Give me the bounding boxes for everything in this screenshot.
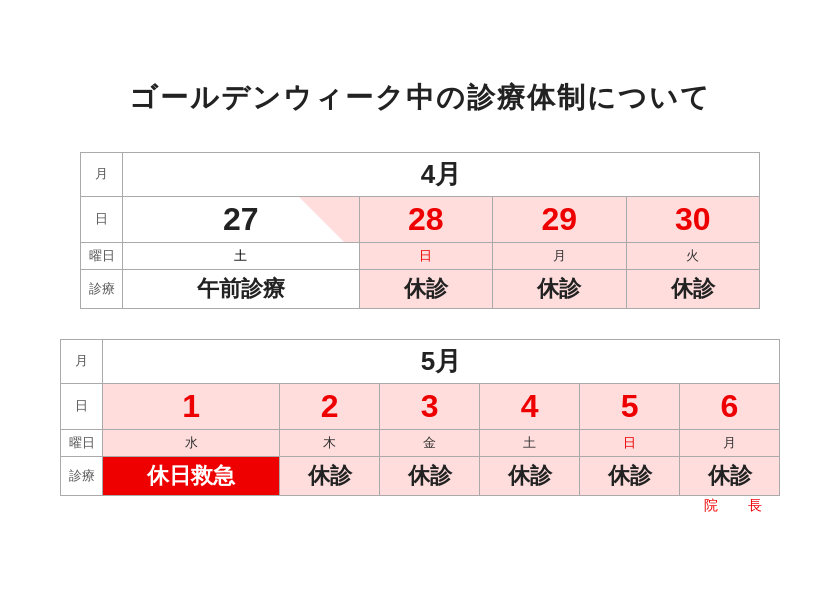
- april-weekday-30: 火: [626, 242, 760, 269]
- april-weekday-28: 日: [359, 242, 492, 269]
- month-label-may: 月: [61, 339, 103, 383]
- may-clinic-2: 休診: [280, 456, 380, 495]
- may-day-1: 1: [103, 383, 280, 429]
- april-day-30: 30: [626, 196, 760, 242]
- day-label-may: 日: [61, 383, 103, 429]
- april-month-name: 4月: [123, 152, 760, 196]
- may-weekday-5: 日: [580, 429, 680, 456]
- director-row: 院 長: [60, 496, 780, 515]
- may-weekday-3: 金: [380, 429, 480, 456]
- day-label-april: 日: [81, 196, 123, 242]
- april-clinic-28: 休診: [359, 269, 492, 308]
- director-text: 院 長: [704, 497, 770, 513]
- may-clinic-4: 休診: [480, 456, 580, 495]
- may-day-3: 3: [380, 383, 480, 429]
- may-weekday-4: 土: [480, 429, 580, 456]
- april-clinic-30: 休診: [626, 269, 760, 308]
- may-month-name: 5月: [103, 339, 780, 383]
- may-table: 月 5月 日 1 2 3 4 5 6 曜日 水 木 金 土 日 月: [60, 339, 780, 496]
- may-clinic-5: 休診: [580, 456, 680, 495]
- may-day-5: 5: [580, 383, 680, 429]
- may-clinic-1: 休日救急: [103, 456, 280, 495]
- april-clinic-29: 休診: [493, 269, 626, 308]
- may-weekday-6: 月: [680, 429, 780, 456]
- clinic-label-april: 診療: [81, 269, 123, 308]
- may-weekday-1: 水: [103, 429, 280, 456]
- page-title: ゴールデンウィーク中の診療体制について: [129, 79, 711, 117]
- april-weekday-27: 土: [123, 242, 360, 269]
- clinic-label-may: 診療: [61, 456, 103, 495]
- april-27-num: 27: [223, 201, 259, 237]
- april-day-27: 27: [123, 196, 360, 242]
- april-clinic-27: 午前診療: [123, 269, 360, 308]
- page-container: ゴールデンウィーク中の診療体制について 月 4月 日 27 28 29 30 曜…: [20, 79, 820, 515]
- may-clinic-3: 休診: [380, 456, 480, 495]
- may-day-6: 6: [680, 383, 780, 429]
- may-clinic-6: 休診: [680, 456, 780, 495]
- month-label-april: 月: [81, 152, 123, 196]
- april-section: 月 4月 日 27 28 29 30 曜日 土 日 月 火 診療 午: [80, 152, 760, 309]
- may-day-4: 4: [480, 383, 580, 429]
- may-section: 月 5月 日 1 2 3 4 5 6 曜日 水 木 金 土 日 月: [60, 339, 780, 515]
- april-day-28: 28: [359, 196, 492, 242]
- april-table: 月 4月 日 27 28 29 30 曜日 土 日 月 火 診療 午: [80, 152, 760, 309]
- april-day-29: 29: [493, 196, 626, 242]
- weekday-label-april: 曜日: [81, 242, 123, 269]
- may-weekday-2: 木: [280, 429, 380, 456]
- april-weekday-29: 月: [493, 242, 626, 269]
- may-day-2: 2: [280, 383, 380, 429]
- weekday-label-may: 曜日: [61, 429, 103, 456]
